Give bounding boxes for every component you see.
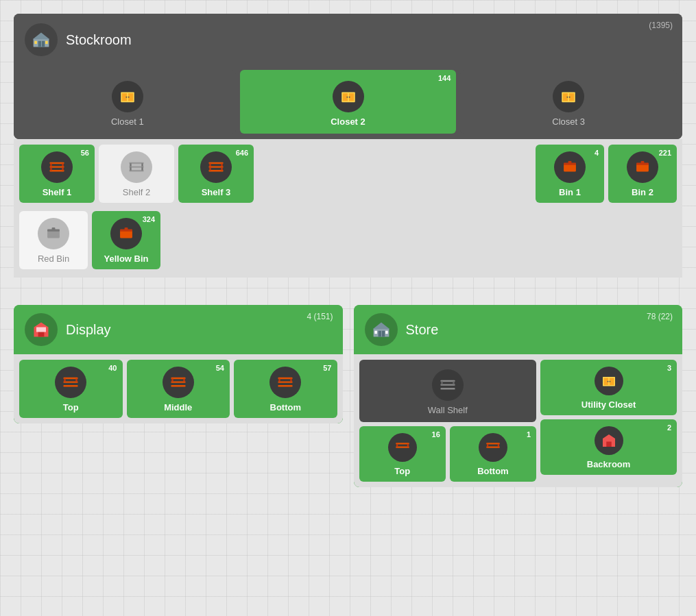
- shelf-spacer: [258, 145, 531, 203]
- warehouse-svg: [32, 30, 51, 49]
- closet2-card[interactable]: 144 Closet 2: [240, 70, 457, 134]
- backroom-label: Backroom: [587, 459, 631, 469]
- display-middle-badge: 54: [216, 364, 224, 372]
- svg-point-15: [348, 97, 350, 98]
- shelf3-card[interactable]: 646 Shelf 3: [178, 145, 254, 203]
- svg-rect-25: [62, 163, 63, 167]
- shelf1-icon: [41, 151, 73, 183]
- store-container: Store 78 (22): [354, 305, 683, 487]
- red-bin-card[interactable]: Red Bin: [19, 211, 88, 269]
- shelf1-card[interactable]: 56 Shelf 1: [19, 145, 95, 203]
- svg-rect-32: [141, 163, 143, 167]
- closet3-icon: [553, 81, 584, 112]
- backroom-card[interactable]: 2 Backroom: [540, 419, 677, 475]
- svg-marker-73: [372, 323, 389, 330]
- bin1-icon: [554, 151, 586, 183]
- closet2-badge: 144: [438, 74, 451, 82]
- svg-point-94: [607, 381, 608, 382]
- stockroom-container: Stockroom (1395) Closet 1 144: [14, 14, 682, 139]
- svg-rect-2: [38, 41, 41, 47]
- shelf3-badge: 646: [236, 149, 248, 157]
- red-bin-icon: [38, 218, 69, 249]
- display-middle-svg: [169, 373, 187, 391]
- svg-rect-97: [606, 442, 612, 447]
- svg-point-9: [125, 97, 127, 98]
- wall-shelf-bottom-label: Bottom: [477, 466, 509, 476]
- display-section: Display 4 (151) 40: [14, 305, 343, 487]
- display-header-icon: [25, 313, 58, 346]
- svg-rect-31: [130, 163, 131, 167]
- stockroom-icon: [25, 23, 58, 56]
- bin2-label: Bin 2: [632, 187, 653, 197]
- wall-shelf-label: Wall Shelf: [428, 405, 468, 415]
- display-middle-card[interactable]: 54 Middle: [127, 360, 230, 418]
- svg-rect-80: [440, 388, 455, 389]
- display-top-icon: [55, 367, 86, 398]
- closet3-card[interactable]: Closet 3: [460, 70, 677, 134]
- svg-rect-48: [47, 230, 60, 238]
- utility-backroom-column: 3 Utility Closet: [540, 360, 677, 482]
- svg-point-19: [567, 97, 568, 98]
- yellow-bin-card[interactable]: 324 Yellow Bin: [92, 211, 160, 269]
- bin2-icon: [627, 151, 658, 183]
- svg-rect-27: [62, 167, 63, 171]
- display-top-card[interactable]: 40 Top: [19, 360, 123, 418]
- bin2-badge: 221: [659, 149, 671, 157]
- svg-rect-66: [183, 378, 184, 382]
- svg-rect-74: [378, 331, 381, 337]
- bin1-label: Bin 1: [559, 187, 581, 197]
- bin1-svg: [561, 158, 579, 176]
- svg-rect-26: [50, 167, 51, 171]
- wall-shelf-card[interactable]: Wall Shelf: [359, 360, 537, 422]
- utility-closet-card[interactable]: 3 Utility Closet: [540, 360, 677, 415]
- utility-closet-icon: [595, 367, 623, 395]
- display-title: Display: [66, 322, 111, 338]
- store-inner-row: Wall Shelf 16: [359, 360, 677, 482]
- svg-rect-4: [34, 41, 37, 44]
- store-title: Store: [406, 322, 439, 338]
- wall-shelf-children: 16 Top: [359, 426, 537, 482]
- svg-marker-1: [33, 33, 50, 40]
- wall-shelf-bottom-badge: 1: [527, 430, 531, 439]
- svg-rect-3: [42, 41, 45, 47]
- red-bin-label: Red Bin: [38, 254, 69, 264]
- backroom-icon: [595, 426, 623, 455]
- display-middle-label: Middle: [164, 402, 192, 412]
- closet2-label: Closet 2: [331, 116, 365, 127]
- display-bottom-card[interactable]: 57 Bottom: [234, 360, 337, 418]
- svg-rect-75: [381, 331, 384, 337]
- backroom-svg: [601, 432, 617, 449]
- wall-shelf-top-card[interactable]: 16 Top: [359, 426, 446, 482]
- utility-closet-badge: 3: [667, 364, 671, 372]
- display-bottom-icon: [269, 367, 301, 398]
- svg-rect-45: [636, 164, 649, 171]
- bin1-card[interactable]: 4 Bin 1: [536, 145, 604, 203]
- closet1-card[interactable]: Closet 1: [19, 70, 236, 134]
- utility-closet-label: Utility Closet: [581, 399, 636, 410]
- wall-shelf-bottom-icon: [479, 433, 507, 462]
- display-bottom-svg: [276, 373, 294, 391]
- svg-rect-51: [120, 230, 132, 238]
- display-header: Display 4 (151): [14, 305, 343, 354]
- shelf2-card[interactable]: Shelf 2: [99, 145, 174, 203]
- svg-rect-90: [498, 444, 499, 447]
- shelf3-svg: [207, 158, 225, 176]
- shelf3-icon: [200, 151, 232, 183]
- svg-rect-61: [76, 378, 77, 382]
- svg-rect-65: [171, 378, 173, 382]
- shelf1-badge: 56: [81, 149, 89, 157]
- wall-shelf-svg: [439, 376, 457, 394]
- svg-rect-71: [291, 378, 292, 382]
- svg-rect-33: [130, 167, 131, 171]
- svg-rect-38: [209, 163, 211, 167]
- wall-shelf-column: Wall Shelf 16: [359, 360, 537, 482]
- display-top-badge: 40: [108, 364, 117, 372]
- svg-rect-85: [396, 444, 398, 447]
- svg-rect-39: [221, 163, 222, 167]
- shelf1-label: Shelf 1: [43, 187, 72, 197]
- display-top-label: Top: [63, 402, 79, 412]
- wall-shelf-bottom-card[interactable]: 1 Bottom: [450, 426, 536, 482]
- bin2-card[interactable]: 221 Bin 2: [608, 145, 677, 203]
- yellow-bin-icon: [110, 218, 142, 249]
- shelf3-label: Shelf 3: [202, 187, 231, 197]
